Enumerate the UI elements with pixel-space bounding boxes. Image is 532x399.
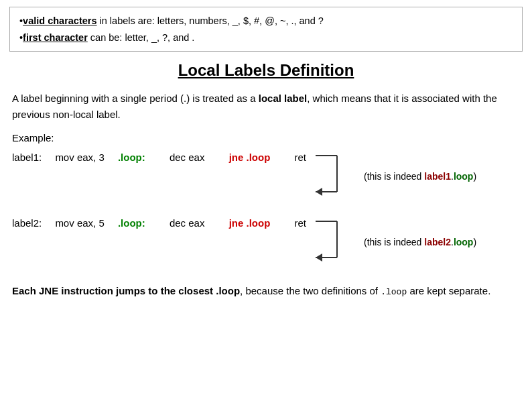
footer-bold: Each JNE instruction jumps to the closes… (12, 285, 240, 296)
first-char-line: •first character can be: letter, _, ?, a… (19, 30, 513, 46)
intro-bold-term: local label (259, 93, 308, 104)
info-box: •valid characters in labels are: letters… (9, 7, 523, 52)
ret1: ret (294, 152, 306, 163)
comment2-keyword: loop (454, 237, 474, 247)
jne1: jne .loop (229, 152, 271, 163)
comment-1: (this is indeed label1.loop) (364, 171, 476, 182)
comment-2: (this is indeed label2.loop) (364, 237, 476, 247)
main-content: A label beginning with a single period (… (0, 91, 532, 267)
footer-rest: , because the two definitions of (240, 285, 381, 296)
valid-chars-underline: valid characters (23, 15, 96, 26)
comment2-post: ) (473, 237, 476, 247)
local-loop-1: .loop: (118, 152, 145, 163)
code-group-1: label1: mov eax, 3 .loop: dec eax jne .l… (12, 152, 520, 201)
first-char-rest: can be: letter, _, ?, and . (88, 32, 195, 43)
footer-end: are kept separate. (407, 285, 490, 296)
valid-chars-line: •valid characters in labels are: letters… (19, 13, 513, 30)
arrow-svg-1 (310, 153, 350, 201)
comment1-keyword: loop (454, 171, 474, 182)
svg-marker-3 (316, 188, 322, 196)
ret2: ret (294, 217, 306, 229)
page-title: Local Labels Definition (0, 61, 532, 80)
mov1: mov eax, 3 (55, 152, 104, 163)
comment2-pre: (this is indeed (364, 237, 424, 247)
mov2: mov eax, 5 (55, 217, 104, 229)
arrow-svg-2 (310, 219, 350, 267)
intro-paragraph: A label beginning with a single period (… (12, 91, 520, 123)
valid-chars-rest: in labels are: letters, numbers, _, $, #… (97, 15, 324, 26)
label1: label1: (12, 152, 42, 163)
local-loop-2: .loop: (118, 217, 145, 229)
comment1-ref: label1 (424, 171, 451, 182)
jne2: jne .loop (229, 217, 271, 229)
code-group-2: label2: mov eax, 5 .loop: dec eax jne .l… (12, 217, 520, 267)
code-lines-1: label1: mov eax, 3 .loop: dec eax jne .l… (12, 152, 306, 163)
dec2: dec eax (170, 217, 205, 229)
svg-marker-7 (316, 253, 322, 262)
example-label: Example: (12, 132, 520, 144)
arrow-1 (310, 153, 350, 201)
footer-paragraph: Each JNE instruction jumps to the closes… (0, 283, 532, 300)
arrow-2 (310, 219, 350, 267)
comment1-post: ) (473, 171, 476, 182)
comment2-ref: label2 (424, 237, 451, 247)
intro-text-start: A label beginning with a single period (… (12, 93, 259, 104)
footer-mono: .loop (381, 287, 407, 297)
comment1-pre: (this is indeed (364, 171, 424, 182)
code-lines-2: label2: mov eax, 5 .loop: dec eax jne .l… (12, 217, 306, 229)
dec1: dec eax (170, 152, 205, 163)
first-char-underline: first character (23, 32, 88, 43)
label2: label2: (12, 217, 42, 229)
